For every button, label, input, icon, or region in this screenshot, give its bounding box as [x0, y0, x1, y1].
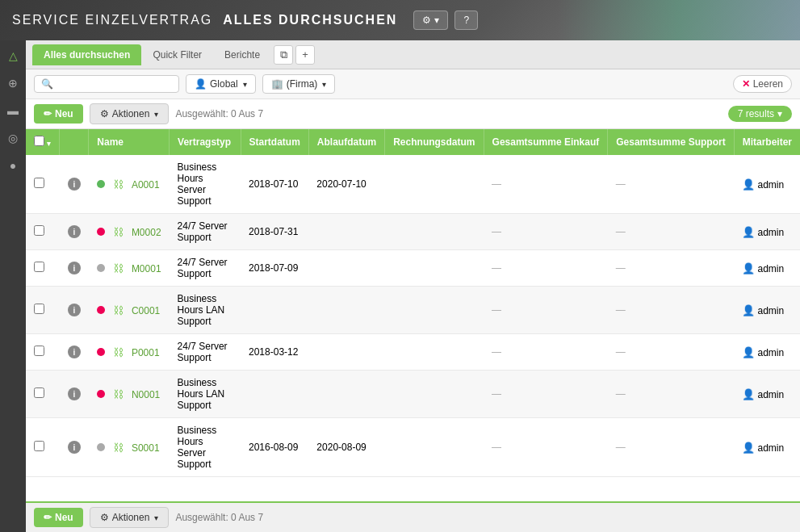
- info-icon[interactable]: i: [68, 225, 81, 238]
- row-startdatum-cell: 2016-08-09: [241, 418, 308, 477]
- row-ablaufdatum-cell: 2020-08-09: [308, 418, 384, 477]
- gear-icon-actions: ⚙: [100, 108, 109, 119]
- row-mitarbeiter-cell: 👤 admin: [734, 214, 800, 250]
- company-filter-button[interactable]: 🏢 (Firma) ▾: [262, 74, 336, 94]
- mitarbeiter-value: admin: [757, 263, 784, 274]
- header-decoration: [558, 0, 800, 40]
- mitarbeiter-value: admin: [757, 227, 784, 238]
- tab-bar: Alles durchsuchen Quick Filter Berichte …: [26, 40, 800, 69]
- gear-button[interactable]: ⚙ ▾: [413, 10, 448, 30]
- row-checkbox[interactable]: [34, 304, 44, 314]
- row-info-cell: i: [60, 250, 89, 287]
- header-vertragstyp[interactable]: Vertragstyp: [170, 129, 241, 155]
- global-label: Global: [210, 78, 238, 90]
- results-badge[interactable]: 7 results ▾: [728, 106, 792, 122]
- link-icon[interactable]: ⛓: [113, 262, 124, 274]
- header-gesamtsumme-einkauf[interactable]: Gesamtsumme Einkauf: [484, 129, 608, 155]
- row-startdatum-cell: 2018-07-10: [241, 155, 308, 214]
- sidebar-icon-dot[interactable]: ●: [4, 157, 22, 174]
- header-mitarbeiter[interactable]: Mitarbeiter: [734, 129, 800, 155]
- header-gesamtsumme-support[interactable]: Gesamtsumme Support: [608, 129, 734, 155]
- search-toolbar: 🔍 👤 Global ▾ 🏢 (Firma) ▾ ✕ Leeren: [26, 69, 800, 99]
- record-name-link[interactable]: P0001: [132, 347, 160, 358]
- row-checkbox[interactable]: [34, 346, 44, 356]
- info-icon[interactable]: i: [68, 346, 81, 358]
- row-gesamtsumme-einkauf-cell: —: [484, 250, 608, 287]
- row-ablaufdatum-cell: [308, 250, 384, 287]
- tab-berichte[interactable]: Berichte: [213, 44, 271, 65]
- header-startdatum[interactable]: Startdatum: [241, 129, 308, 155]
- global-filter-button[interactable]: 👤 Global ▾: [186, 74, 256, 94]
- sidebar-icon-home[interactable]: △: [4, 47, 22, 65]
- sort-icon-col: ▾: [47, 140, 51, 148]
- footer-new-button[interactable]: ✏ Neu: [34, 508, 83, 527]
- footer-actions-button[interactable]: ⚙ Aktionen ▾: [90, 507, 170, 528]
- row-checkbox[interactable]: [34, 262, 44, 272]
- sidebar-icon-minus[interactable]: ▬: [4, 102, 22, 119]
- clear-button[interactable]: ✕ Leeren: [733, 75, 792, 93]
- row-status-name-cell: ⛓ P0001: [89, 334, 170, 371]
- user-icon: 👤: [742, 442, 755, 454]
- footer-chevron-icon: ▾: [154, 513, 158, 522]
- select-all-checkbox[interactable]: [34, 136, 44, 146]
- footer-selected-info: Ausgewählt: 0 Aus 7: [175, 512, 263, 523]
- header-rechnungsdatum[interactable]: Rechnungsdatum: [385, 129, 484, 155]
- row-checkbox[interactable]: [34, 441, 44, 451]
- row-startdatum-cell: 2018-07-09: [241, 250, 308, 287]
- row-status-name-cell: ⛓ N0001: [89, 371, 170, 418]
- table-row: i ⛓ N0001 Business Hours LAN Support — —…: [26, 371, 800, 418]
- row-mitarbeiter-cell: 👤 admin: [734, 287, 800, 334]
- row-startdatum-cell: 2018-07-31: [241, 214, 308, 250]
- sidebar-icon-globe[interactable]: ⊕: [4, 74, 22, 92]
- sidebar-icon-circle[interactable]: ◎: [4, 129, 22, 147]
- action-bar: ✏ Neu ⚙ Aktionen ▾ Ausgewählt: 0 Aus 7 7…: [26, 99, 800, 129]
- record-name-link[interactable]: N0001: [132, 389, 160, 400]
- header-name[interactable]: Name: [89, 129, 170, 155]
- row-rechnungsdatum-cell: [385, 418, 484, 477]
- info-icon[interactable]: i: [68, 304, 81, 316]
- info-icon[interactable]: i: [68, 387, 81, 400]
- gear-chevron: ▾: [434, 15, 439, 26]
- row-checkbox[interactable]: [34, 178, 44, 188]
- header-info-col: [60, 129, 89, 155]
- link-icon[interactable]: ⛓: [113, 388, 124, 400]
- link-icon[interactable]: ⛓: [113, 178, 124, 191]
- status-dot: [97, 306, 105, 314]
- record-name-link[interactable]: M0001: [132, 263, 161, 274]
- info-icon[interactable]: i: [68, 262, 81, 274]
- tab-alles-durchsuchen[interactable]: Alles durchsuchen: [32, 44, 141, 65]
- row-checkbox[interactable]: [34, 225, 44, 236]
- record-name-link[interactable]: M0002: [132, 227, 161, 238]
- footer-new-label: Neu: [55, 512, 73, 523]
- tab-quick-filter[interactable]: Quick Filter: [141, 44, 213, 65]
- header-ablaufdatum[interactable]: Ablaufdatum: [308, 129, 384, 155]
- footer-gear-icon: ⚙: [100, 512, 109, 523]
- search-input[interactable]: [57, 78, 178, 90]
- header-action-buttons: ⚙ ▾ ?: [413, 10, 478, 30]
- row-vertragstyp-cell: 24/7 Server Support: [170, 214, 241, 250]
- record-name-link[interactable]: S0001: [132, 442, 160, 454]
- mitarbeiter-value: admin: [757, 179, 784, 191]
- title-bold: ALLES DURCHSUCHEN: [223, 13, 397, 27]
- info-icon[interactable]: i: [68, 441, 81, 454]
- status-dot: [97, 390, 105, 398]
- row-gesamtsumme-einkauf-cell: —: [484, 334, 608, 371]
- help-button[interactable]: ?: [454, 10, 478, 30]
- tab-add-button[interactable]: +: [295, 45, 315, 65]
- user-icon: 👤: [742, 226, 755, 238]
- new-button[interactable]: ✏ Neu: [34, 104, 83, 124]
- info-icon[interactable]: i: [68, 178, 81, 191]
- link-icon[interactable]: ⛓: [113, 304, 124, 316]
- link-icon[interactable]: ⛓: [113, 442, 124, 454]
- record-name-link[interactable]: C0001: [132, 305, 160, 316]
- tab-copy-button[interactable]: ⧉: [274, 45, 293, 65]
- table-row: i ⛓ S0001 Business Hours Server Support …: [26, 418, 800, 477]
- help-icon: ?: [463, 15, 469, 26]
- row-checkbox[interactable]: [34, 387, 44, 398]
- actions-button[interactable]: ⚙ Aktionen ▾: [90, 103, 170, 124]
- record-name-link[interactable]: A0001: [132, 179, 160, 191]
- row-mitarbeiter-cell: 👤 admin: [734, 334, 800, 371]
- row-checkbox-cell: [26, 155, 60, 214]
- link-icon[interactable]: ⛓: [113, 226, 124, 238]
- link-icon[interactable]: ⛓: [113, 346, 124, 358]
